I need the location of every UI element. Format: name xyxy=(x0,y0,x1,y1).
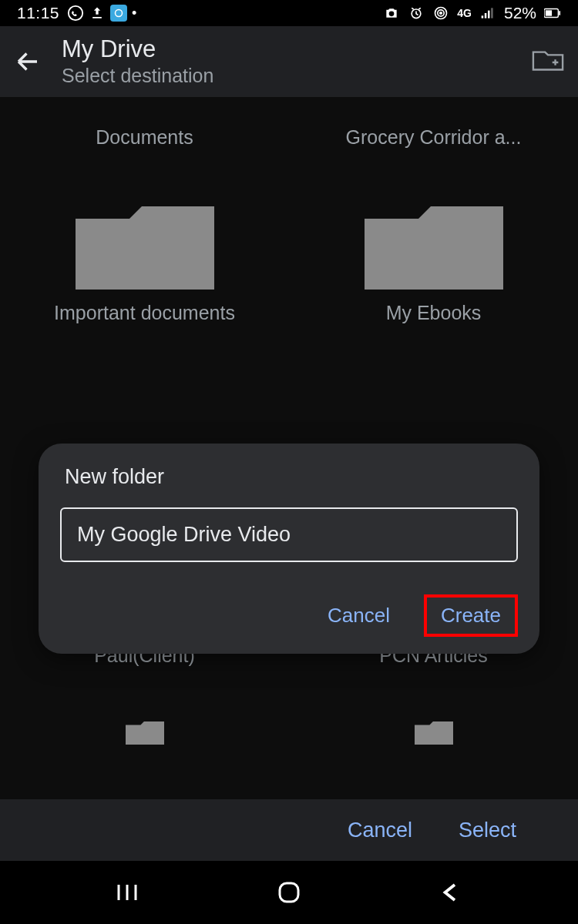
battery-icon xyxy=(544,5,561,22)
app-header: My Drive Select destination xyxy=(0,26,578,97)
folder-icon xyxy=(365,721,503,745)
svg-rect-9 xyxy=(491,8,493,18)
hotspot-icon xyxy=(432,5,449,22)
svg-rect-6 xyxy=(482,15,484,18)
folder-name-input[interactable] xyxy=(60,507,518,562)
folder-item[interactable]: My Ebooks xyxy=(289,199,578,341)
content-area: Documents Grocery Corridor a... Importan… xyxy=(0,97,578,799)
bottom-cancel-button[interactable]: Cancel xyxy=(348,819,412,842)
folder-item[interactable] xyxy=(289,714,578,760)
whatsapp-icon xyxy=(67,5,84,22)
svg-point-0 xyxy=(69,6,82,20)
folder-item[interactable]: Important documents xyxy=(0,199,289,341)
svg-rect-7 xyxy=(485,13,487,18)
folder-icon xyxy=(365,206,503,290)
folder-label: My Ebooks xyxy=(386,300,482,326)
folder-label: Documents xyxy=(96,125,193,150)
svg-rect-11 xyxy=(546,10,552,15)
create-button[interactable]: Create xyxy=(441,604,501,628)
home-button[interactable] xyxy=(266,877,312,908)
nav-back-button[interactable] xyxy=(428,877,474,908)
svg-point-1 xyxy=(116,10,123,17)
dialog-title: New folder xyxy=(65,465,518,489)
svg-rect-16 xyxy=(280,883,298,902)
cancel-button[interactable]: Cancel xyxy=(315,596,402,635)
new-folder-button[interactable] xyxy=(532,50,564,73)
app-icon xyxy=(110,5,127,22)
signal-icon xyxy=(479,5,496,22)
recents-button[interactable] xyxy=(104,877,150,908)
svg-point-5 xyxy=(440,12,442,15)
svg-rect-8 xyxy=(488,11,490,18)
camera-icon xyxy=(383,5,400,22)
alarm-icon xyxy=(408,5,425,22)
folder-label: Important documents xyxy=(54,300,235,326)
battery-percent: 52% xyxy=(504,4,536,22)
folder-item[interactable] xyxy=(0,714,289,760)
folder-label: Grocery Corridor a... xyxy=(346,125,522,150)
folder-icon xyxy=(76,206,214,290)
status-time: 11:15 xyxy=(17,4,59,22)
status-bar: 11:15 • 4G 52% xyxy=(0,0,578,26)
upload-icon xyxy=(89,5,106,22)
page-title: My Drive xyxy=(62,35,512,63)
create-button-highlight: Create xyxy=(424,594,518,637)
back-button[interactable] xyxy=(14,48,42,75)
more-indicator-icon: • xyxy=(132,5,136,22)
system-nav-bar xyxy=(0,861,578,924)
folder-icon xyxy=(76,721,214,745)
new-folder-dialog: New folder Cancel Create xyxy=(39,444,539,654)
folder-item[interactable]: Documents xyxy=(0,114,289,166)
svg-rect-12 xyxy=(559,11,560,15)
bottom-select-button[interactable]: Select xyxy=(459,819,516,842)
network-type: 4G xyxy=(457,7,472,19)
folder-item[interactable]: Grocery Corridor a... xyxy=(289,114,578,166)
bottom-action-bar: Cancel Select xyxy=(0,799,578,861)
page-subtitle: Select destination xyxy=(62,63,512,89)
